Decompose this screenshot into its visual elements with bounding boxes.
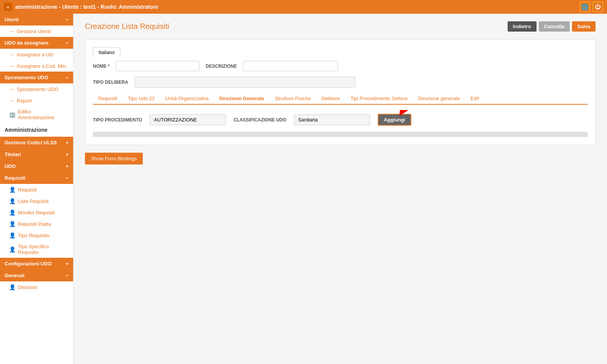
sidebar-item-gestione-utenti[interactable]: → Gestione Utenti: [0, 26, 73, 37]
building-icon: 🏢: [9, 112, 16, 118]
tab-direzione-generale-2[interactable]: Direzione generale: [413, 93, 465, 105]
main-layout: Utenti − → Gestione Utenti UDO da assegn…: [0, 14, 607, 364]
user-icon: 👤: [9, 209, 16, 216]
sidebar-section-udo-assegnare[interactable]: UDO da assegnare −: [0, 37, 73, 49]
arrow-icon: →: [9, 51, 14, 57]
sidebar-item-requisiti[interactable]: 👤 Requisiti: [0, 184, 73, 195]
tab-requisiti[interactable]: Requisiti: [93, 93, 123, 105]
classificazione-udo-select[interactable]: Sanitaria Socio-sanitaria Sociale: [294, 114, 370, 125]
sidebar-section-utenti[interactable]: Utenti −: [0, 14, 73, 26]
sidebar-section-requisiti[interactable]: Requisiti −: [0, 172, 73, 184]
classificazione-udo-label: CLASSIFICAZIONE UDO: [233, 117, 286, 123]
inner-form-row: TIPO PROCEDIMENTO AUTORIZZAZIONE ACCREDI…: [93, 110, 588, 129]
tab-tipi-procedimento-settore[interactable]: Tipi Procedimento Settore: [345, 93, 413, 105]
sidebar: Utenti − → Gestione Utenti UDO da assegn…: [0, 14, 73, 364]
sidebar-item-tipo-specifico-requisito[interactable]: 👤 Tipo Specifico Requisito: [0, 241, 73, 258]
form-row-nome: NOME * DESCRIZIONE: [93, 61, 588, 71]
tipo-procedimento-select[interactable]: AUTORIZZAZIONE ACCREDITAMENTO ALTRO: [150, 114, 226, 125]
tab-delibere[interactable]: Delibere: [316, 93, 345, 105]
sidebar-section-udo[interactable]: UDO +: [0, 160, 73, 172]
sidebar-item-monitor-requisiti[interactable]: 👤 Monitor Requisiti: [0, 207, 73, 218]
arrow-icon: →: [9, 28, 14, 34]
sidebar-item-edifici[interactable]: 🏢 Edifici Amministrazione: [0, 106, 73, 123]
arrow-icon: →: [9, 63, 14, 69]
descrizione-label: DESCRIZIONE: [206, 64, 237, 69]
salva-button[interactable]: Salva: [572, 21, 596, 32]
sidebar-item-spostamento-udo[interactable]: → Spostamento UDO: [0, 83, 73, 95]
indietro-button[interactable]: Indietro: [508, 21, 537, 32]
descrizione-input[interactable]: [243, 61, 338, 71]
sidebar-section-generali[interactable]: Generali −: [0, 270, 73, 281]
sidebar-item-assegnare-uo[interactable]: → Assegnare a UO: [0, 49, 73, 60]
sidebar-item-report[interactable]: → Report: [0, 95, 73, 106]
form-row-tipo-delibera: TIPO DELIBERA: [93, 77, 588, 88]
tipo-procedimento-label: TIPO PROCEDIMENTO: [93, 117, 142, 123]
sidebar-item-direzioni[interactable]: 👤 Direzioni: [0, 281, 73, 293]
sidebar-section-gestione-codici[interactable]: Gestione Codici ULSS +: [0, 137, 73, 148]
sidebar-amministrazione: Amministrazione: [0, 123, 73, 137]
sidebar-section-configurazioni-udo[interactable]: Configurazioni UDO +: [0, 258, 73, 270]
content-header: Creazione Lista Requisiti Indietro Cance…: [85, 21, 596, 32]
tipo-delibera-container: [134, 77, 355, 88]
tipo-delibera-select[interactable]: [134, 77, 355, 88]
nome-input[interactable]: [116, 61, 200, 71]
tab-tipo-udo-22[interactable]: Tipo Udo 22: [123, 93, 160, 105]
tab-strutture-fisiche[interactable]: Strutture Fisiche: [269, 93, 316, 105]
user-icon: 👤: [9, 284, 16, 290]
page-title: Creazione Lista Requisiti: [85, 22, 169, 31]
header-buttons: Indietro Cancella Salva: [508, 21, 596, 32]
user-icon: 👤: [9, 232, 16, 238]
tab-unita-organizzativa[interactable]: Unità Organizzativa: [160, 93, 214, 105]
tabs-row: Requisiti Tipo Udo 22 Unità Organizzativ…: [93, 93, 588, 105]
globe-icon[interactable]: 🌐: [580, 2, 590, 12]
tipo-procedimento-container: AUTORIZZAZIONE ACCREDITAMENTO ALTRO: [150, 114, 226, 125]
form-card: Italiano NOME * DESCRIZIONE TIPO DELIBER…: [85, 39, 596, 145]
sidebar-section-titolari[interactable]: Titolari +: [0, 148, 73, 160]
aggiungi-wrapper: Aggiungi: [378, 114, 411, 126]
arrow-icon: →: [9, 97, 14, 104]
sidebar-item-requisiti-piatta[interactable]: 👤 Requisiti Piatta: [0, 218, 73, 230]
show-form-bindings-button[interactable]: Show Form Bindings: [85, 153, 143, 164]
horizontal-scrollbar[interactable]: [93, 132, 588, 137]
language-tab[interactable]: Italiano: [93, 47, 120, 57]
arrow-icon: →: [9, 86, 14, 92]
tipo-delibera-label: TIPO DELIBERA: [93, 80, 128, 85]
aggiungi-button[interactable]: Aggiungi: [378, 114, 411, 126]
power-icon[interactable]: ⏻: [593, 2, 603, 12]
nome-label: NOME *: [93, 64, 110, 69]
user-icon: 👤: [9, 187, 16, 193]
cancella-button[interactable]: Cancella: [539, 21, 570, 32]
user-icon: 👤: [9, 198, 16, 204]
tab-direzione-generale[interactable]: Direzione Generale: [214, 93, 270, 105]
topbar-icons: 🌐 ⏻: [580, 2, 603, 12]
topbar-left: « amministrazione - Utente : test1 - Ruo…: [4, 3, 158, 11]
content-area: Creazione Lista Requisiti Indietro Cance…: [73, 14, 607, 364]
sidebar-item-liste-requisiti[interactable]: 👤 Liste Requisiti: [0, 195, 73, 207]
sidebar-section-spostamento[interactable]: Spostamento UDO −: [0, 72, 73, 83]
user-icon: 👤: [9, 221, 16, 227]
svg-line-0: [402, 110, 411, 112]
sidebar-toggle[interactable]: «: [4, 3, 12, 11]
tab-content-direzione-generale: TIPO PROCEDIMENTO AUTORIZZAZIONE ACCREDI…: [93, 110, 588, 137]
sidebar-item-assegnare-cod-min[interactable]: → Assegnare a Cod. Min.: [0, 60, 73, 72]
sidebar-item-tipo-requisito[interactable]: 👤 Tipo Requisito: [0, 230, 73, 241]
topbar: « amministrazione - Utente : test1 - Ruo…: [0, 0, 607, 14]
classificazione-udo-container: Sanitaria Socio-sanitaria Sociale: [294, 114, 370, 125]
tab-edif[interactable]: Edif: [465, 93, 484, 105]
topbar-title: amministrazione - Utente : test1 - Ruolo…: [15, 4, 158, 10]
user-icon: 👤: [9, 246, 16, 252]
